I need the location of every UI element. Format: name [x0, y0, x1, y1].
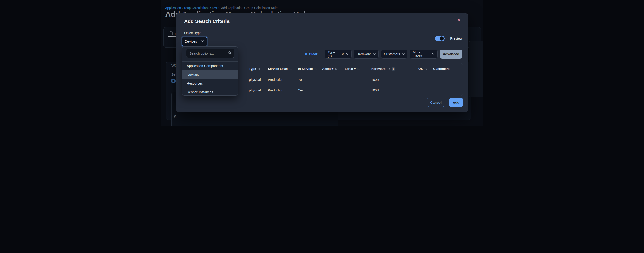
breadcrumb-separator: ›: [218, 6, 220, 10]
filter-chip-type[interactable]: Type (1) ×: [325, 50, 352, 58]
background-divider-right: [468, 34, 483, 35]
filter-chip-customers[interactable]: Customers: [381, 50, 407, 58]
sort-icon[interactable]: [289, 67, 292, 70]
cell-hardware: 100D: [370, 78, 418, 82]
tab-label: I: [174, 32, 176, 36]
tab-info[interactable]: I: [169, 31, 176, 36]
sort-priority-badge: 1: [392, 67, 395, 71]
close-icon[interactable]: ×: [456, 17, 462, 24]
cancel-button[interactable]: Cancel: [427, 98, 445, 107]
chevron-down-icon: [432, 52, 435, 56]
preview-toggle-label: Preview: [450, 36, 462, 40]
filter-chip-label: More Filters: [413, 50, 430, 58]
background-select-label: Sel: [171, 72, 176, 76]
column-header-hardware[interactable]: Hardware 1: [370, 67, 418, 71]
breadcrumb-current: Add Application Group Calculation Rule: [221, 6, 278, 10]
background-nested-heading: S: [174, 115, 176, 119]
cell-hardware: 100D: [370, 88, 418, 92]
remove-filter-icon[interactable]: ×: [342, 52, 344, 56]
cell-in-service: Yes: [298, 88, 322, 92]
add-search-criteria-dialog: Add Search Criteria × Object Type Device…: [176, 13, 468, 112]
option-resources[interactable]: Resources: [182, 79, 238, 88]
background-section-heading: St: [171, 63, 176, 68]
cell-in-service: Yes: [298, 78, 322, 82]
filter-chip-label: Type (1): [328, 50, 340, 58]
option-service-instances[interactable]: Service Instances: [182, 88, 238, 96]
filter-chip-label: Customers: [384, 52, 400, 56]
column-header-in-service[interactable]: In Service: [298, 67, 322, 70]
cell-type: physical: [249, 88, 268, 92]
column-header-asset[interactable]: Asset #: [322, 67, 344, 70]
dialog-title: Add Search Criteria: [184, 18, 230, 24]
sort-icon[interactable]: [314, 67, 317, 70]
chevron-down-icon: [402, 52, 405, 56]
object-type-value: Devices: [185, 40, 197, 43]
column-header-service-level[interactable]: Service Level: [268, 67, 298, 70]
dropdown-search[interactable]: [186, 49, 234, 58]
search-input[interactable]: [189, 52, 226, 56]
add-button[interactable]: Add: [449, 98, 463, 107]
background-nested-value: –: [174, 124, 176, 126]
chevron-down-icon: [373, 52, 376, 56]
cell-type: physical: [249, 78, 268, 82]
chevron-down-icon: [346, 52, 349, 56]
preview-toggle[interactable]: [435, 36, 444, 41]
toggle-knob: [440, 36, 444, 40]
breadcrumb-link[interactable]: Application Group Calculation Rules: [165, 6, 217, 10]
object-type-label: Object Type: [184, 31, 201, 35]
search-icon: [228, 51, 232, 56]
sort-icon[interactable]: [335, 67, 338, 70]
filter-chip-more-filters[interactable]: More Filters: [410, 50, 438, 58]
column-header-os[interactable]: OS: [418, 67, 432, 70]
filter-chip-hardware[interactable]: Hardware: [354, 50, 379, 58]
clear-filters-button[interactable]: × Clear: [305, 50, 318, 58]
chevron-down-icon: [201, 40, 204, 44]
sort-ascending-icon[interactable]: [387, 67, 390, 70]
document-icon: [169, 31, 173, 36]
sort-icon[interactable]: [424, 67, 427, 70]
clear-label: Clear: [309, 52, 318, 56]
column-header-serial[interactable]: Serial #: [344, 67, 370, 70]
breadcrumb: Application Group Calculation Rules › Ad…: [165, 6, 278, 10]
background-card-right: [469, 41, 483, 97]
object-type-select[interactable]: Devices: [182, 37, 207, 46]
app-window: Application Group Calculation Rules › Ad…: [161, 0, 483, 126]
column-header-customers[interactable]: Customers: [432, 67, 463, 70]
object-type-dropdown: Application Components Devices Resources…: [182, 46, 238, 96]
sort-icon[interactable]: [258, 67, 260, 70]
option-devices[interactable]: Devices: [182, 70, 238, 79]
column-header-type[interactable]: Type: [249, 67, 268, 70]
advanced-button[interactable]: Advanced: [440, 50, 462, 58]
radio-button-selected[interactable]: [171, 78, 176, 84]
cell-service-level: Production: [268, 88, 298, 92]
filter-chip-label: Hardware: [356, 52, 371, 56]
option-application-components[interactable]: Application Components: [182, 62, 238, 70]
cell-service-level: Production: [268, 78, 298, 82]
clear-x-icon: ×: [305, 52, 307, 56]
sort-icon[interactable]: [357, 67, 360, 70]
